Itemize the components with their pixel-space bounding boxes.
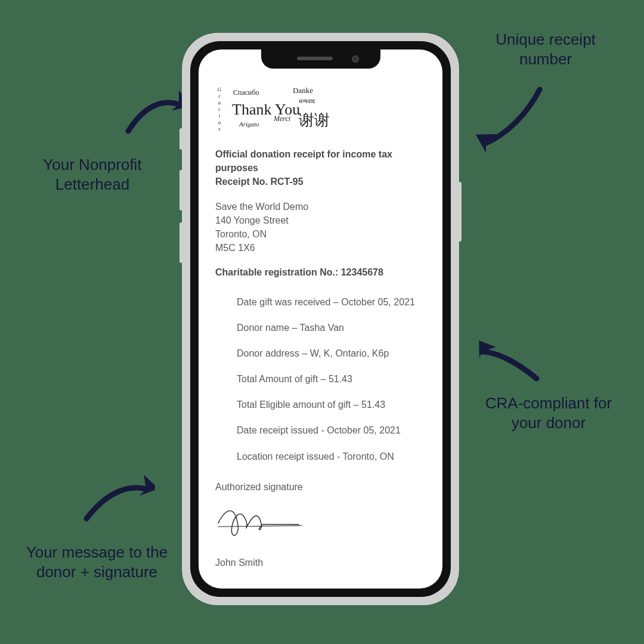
gift-row: Total Eligible amount of gift – 51.43 [237,398,426,411]
postal-code: M5C 1X6 [215,241,426,255]
row-value: October 05, 2021 [327,425,401,435]
phone-device: Gracias Спасибо Danke धन्यवाद Thank You … [182,33,459,605]
reg-label: Charitable registration No.: [215,267,338,277]
arrow-icon [471,78,549,155]
letterhead-word: Merci [274,114,290,124]
row-value: 51.43 [361,400,385,410]
receipt-number-label: Receipt No. [215,177,268,187]
signer-name: John Smith [215,556,426,569]
gift-details: Date gift was received – October 05, 202… [215,295,426,463]
letterhead-word: धन्यवाद [299,97,315,106]
row-value: W, K, Ontario, K6p [310,348,389,358]
row-label: Date receipt issued - [237,425,324,435]
letterhead-word: Danke [293,85,313,97]
letterhead-word: Gracias [215,86,223,132]
callout-letterhead: Your Nonprofit Letterhead [27,155,158,194]
arrow-icon [471,322,543,388]
gift-row: Date receipt issued - October 05, 2021 [237,423,426,437]
org-address: Save the World Demo 140 Yonge Street Tor… [215,200,426,255]
row-value: Toronto, ON [343,451,394,462]
row-value: Tasha Van [300,323,344,333]
gift-row: Donor address – W, K, Ontario, K6p [237,346,426,360]
row-label: Total Amount of gift – [237,374,326,384]
charitable-registration: Charitable registration No.: 12345678 [215,265,426,279]
address-line: Toronto, ON [215,227,426,241]
gift-row: Donor name – Tasha Van [237,321,426,335]
letterhead-word: 谢谢 [299,109,330,132]
letterhead-word: Спасибо [233,88,259,98]
row-label: Location receipt issued - [237,451,340,462]
phone-notch [261,48,380,69]
row-label: Donor address – [237,348,307,358]
signature-label: Authorized signature [215,480,426,494]
address-line: 140 Yonge Street [215,213,426,227]
signature-icon [215,500,305,541]
receipt-number-line: Receipt No. RCT-95 [215,175,426,188]
row-value: October 05, 2021 [341,297,415,307]
arrow-icon [78,471,155,531]
callout-cra-compliant: CRA-compliant for your donor [480,394,617,432]
row-value: 51.43 [329,374,352,384]
row-label: Date gift was received – [237,297,339,307]
gift-row: Total Amount of gift – 51.43 [237,372,426,386]
row-label: Donor name – [237,323,297,333]
receipt-title: Official donation receipt for income tax… [215,147,426,175]
gift-row: Date gift was received – October 05, 202… [237,295,426,309]
gift-row: Location receipt issued - Toronto, ON [237,450,426,463]
callout-receipt-number: Unique receipt number [480,30,611,69]
receipt-number-value: RCT-95 [270,177,303,187]
callout-message-signature: Your message to the donor + signature [15,543,179,581]
receipt-document: Gracias Спасибо Danke धन्यवाद Thank You … [199,49,442,589]
reg-number: 12345678 [341,267,383,277]
letterhead: Gracias Спасибо Danke धन्यवाद Thank You … [215,85,358,133]
org-name: Save the World Demo [215,200,426,213]
row-label: Total Eligible amount of gift – [237,400,359,410]
letterhead-word: Arigato [239,120,259,129]
